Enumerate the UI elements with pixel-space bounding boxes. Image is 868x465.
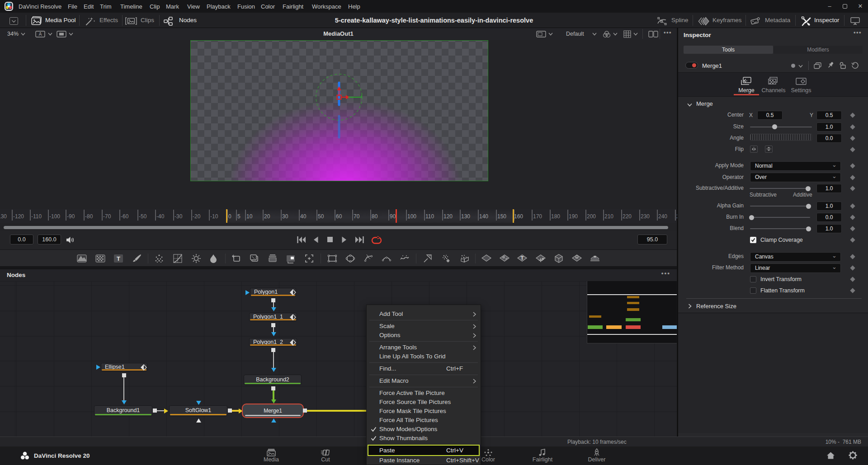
svg-text:T: T — [117, 255, 120, 262]
svg-text:A: A — [39, 32, 42, 37]
svg-text:T: T — [521, 255, 524, 261]
